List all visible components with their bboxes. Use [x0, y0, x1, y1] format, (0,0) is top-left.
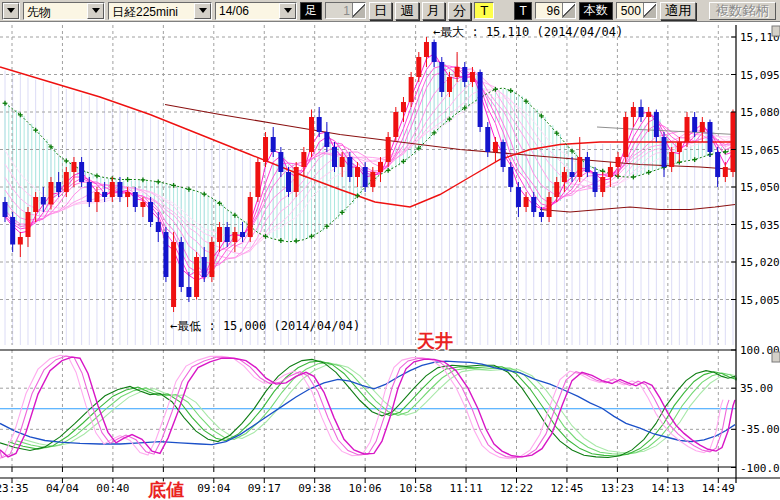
tick-button-active[interactable]: T	[474, 2, 494, 19]
contract-month-select[interactable]: 14/06	[215, 2, 297, 20]
svg-text:15,050: 15,050	[740, 181, 780, 194]
svg-text:10:58: 10:58	[399, 482, 432, 495]
svg-text:15,095: 15,095	[740, 69, 780, 82]
svg-text:00:40: 00:40	[96, 482, 129, 495]
load-count-spinner[interactable]: 500	[616, 2, 657, 19]
oscillator-panel	[0, 350, 736, 467]
svg-text:15,005: 15,005	[740, 294, 780, 307]
svg-text:12:22: 12:22	[500, 482, 533, 495]
instrument-type-select[interactable]: 先物	[23, 2, 105, 20]
svg-text:12:45: 12:45	[550, 482, 583, 495]
instrument-type-value: 先物	[24, 3, 87, 19]
interval-spinner[interactable]: 1	[325, 2, 366, 19]
svg-text:15,020: 15,020	[740, 256, 780, 269]
interval-value: 1	[326, 3, 352, 18]
multi-symbol-button-disabled[interactable]: 複数銘柄	[709, 2, 776, 20]
chevron-down-icon[interactable]	[3, 3, 19, 19]
apply-button[interactable]: 適用	[660, 2, 697, 20]
chevron-down-icon[interactable]	[87, 3, 104, 19]
svg-text:35.00: 35.00	[740, 382, 773, 395]
chart-canvas[interactable]: 15,11015,09515,08015,06515,05015,03515,0…	[0, 22, 780, 500]
period-week-button[interactable]: 週	[395, 2, 418, 20]
svg-text:04/04: 04/04	[46, 482, 79, 495]
symbol-value: 日経225mini	[109, 3, 194, 19]
bar-count-spinner[interactable]: 96	[535, 2, 576, 19]
x-axis-labels: 23:3504/0400:4009:0409:1709:3810:0610:58…	[0, 467, 735, 495]
chevron-down-icon[interactable]	[194, 3, 211, 19]
svg-text:←最低 : 15,000 (2014/04/04): ←最低 : 15,000 (2014/04/04)	[170, 319, 360, 333]
panel-button[interactable]	[772, 26, 780, 36]
bar-count-value: 96	[536, 3, 562, 18]
rainbow-ma-lines	[5, 54, 733, 281]
svg-text:13:23: 13:23	[601, 482, 634, 495]
svg-text:10:06: 10:06	[349, 482, 382, 495]
bar-type-chip: 足	[300, 2, 322, 20]
svg-text:09:38: 09:38	[298, 482, 331, 495]
bottom-annotation: 底値	[147, 480, 184, 500]
chart-application-window: 先物 日経225mini 14/06 足 1 日 週 月 分 T T 96 本数…	[0, 0, 780, 500]
svg-text:09:04: 09:04	[197, 482, 230, 495]
svg-text:11:11: 11:11	[449, 482, 482, 495]
chevron-down-icon[interactable]	[279, 3, 296, 19]
contract-month-value: 14/06	[216, 3, 279, 19]
svg-text:23:35: 23:35	[0, 482, 29, 495]
period-day-button[interactable]: 日	[369, 2, 392, 20]
mini-dropdown[interactable]	[2, 2, 20, 20]
period-minute-button[interactable]: 分	[448, 2, 471, 20]
svg-text:←最大 : 15,110 (2014/04/04): ←最大 : 15,110 (2014/04/04)	[433, 25, 623, 39]
period-month-button[interactable]: 月	[422, 2, 445, 20]
chart-area[interactable]: 15,11015,09515,08015,06515,05015,03515,0…	[0, 22, 780, 500]
symbol-select[interactable]: 日経225mini	[108, 2, 212, 20]
ceiling-annotation: 天井	[416, 331, 453, 351]
svg-text:14:13: 14:13	[651, 482, 684, 495]
panel-button[interactable]	[772, 352, 780, 362]
chart-toolbar: 先物 日経225mini 14/06 足 1 日 週 月 分 T T 96 本数…	[0, 0, 780, 22]
svg-text:15,080: 15,080	[740, 106, 780, 119]
svg-text:14:49: 14:49	[702, 482, 735, 495]
svg-text:09:17: 09:17	[248, 482, 281, 495]
svg-text:15,065: 15,065	[740, 144, 780, 157]
tick-chip: T	[514, 2, 531, 20]
spinner-icon[interactable]	[643, 3, 656, 18]
honsu-chip: 本数	[579, 2, 613, 20]
spinner-icon[interactable]	[352, 3, 365, 18]
svg-text:-35.00: -35.00	[740, 423, 780, 436]
spinner-icon[interactable]	[562, 3, 575, 18]
load-count-value: 500	[617, 3, 643, 18]
svg-text:15,035: 15,035	[740, 219, 780, 232]
svg-text:-100.00: -100.00	[740, 462, 780, 475]
